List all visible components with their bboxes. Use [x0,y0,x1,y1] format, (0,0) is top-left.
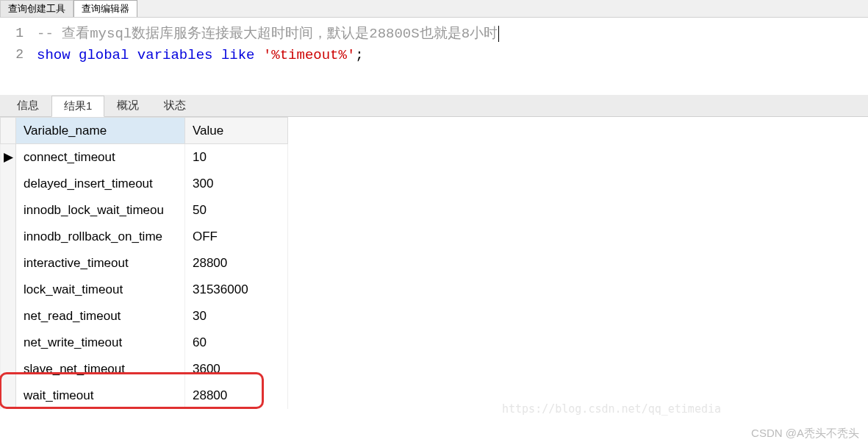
cell-variable-name: interactive_timeout [16,250,185,277]
tab-profile[interactable]: 概况 [104,95,151,116]
table-row[interactable]: delayed_insert_timeout300 [1,171,288,197]
cell-value: 60 [185,330,288,356]
cell-variable-name: innodb_rollback_on_time [16,224,185,250]
results-grid[interactable]: Variable_name Value ▶connect_timeout10de… [0,117,868,409]
result-tab-bar: 信息 结果1 概况 状态 [0,95,868,117]
cell-variable-name: connect_timeout [16,144,185,171]
tab-result1[interactable]: 结果1 [51,96,104,117]
table-row[interactable]: slave_net_timeout3600 [1,356,288,382]
cell-value: 28800 [185,250,288,277]
sql-line-2: show global variables like '%timeout%'; [37,45,868,66]
table-row[interactable]: lock_wait_timeout31536000 [1,277,288,303]
table-row[interactable]: net_read_timeout30 [1,303,288,330]
table-row[interactable]: interactive_timeout28800 [1,250,288,277]
row-marker [1,250,16,277]
cell-value: 300 [185,171,288,197]
row-marker [1,171,16,197]
cell-value: 3600 [185,356,288,382]
cell-value: 10 [185,144,288,171]
cell-variable-name: lock_wait_timeout [16,277,185,303]
column-header-name[interactable]: Variable_name [16,118,185,144]
column-header-value[interactable]: Value [185,118,288,144]
sql-editor[interactable]: 1 -- 查看mysql数据库服务连接最大超时时间，默认是28800S也就是8小… [0,18,868,95]
line-number: 1 [0,24,37,45]
tab-query-editor[interactable]: 查询编辑器 [73,0,137,17]
cell-value: 50 [185,197,288,224]
row-marker [1,382,16,409]
row-marker: ▶ [1,144,16,171]
watermark: CSDN @A秃头不秃头 [751,427,859,441]
cell-variable-name: wait_timeout [16,382,185,409]
sql-line-1: -- 查看mysql数据库服务连接最大超时时间，默认是28800S也就是8小时 [37,24,868,45]
row-marker [1,197,16,224]
row-marker [1,330,16,356]
cell-value: 31536000 [185,277,288,303]
tab-status[interactable]: 状态 [151,95,198,116]
cell-value: 28800 [185,382,288,409]
table-row[interactable]: wait_timeout28800 [1,382,288,409]
cell-variable-name: slave_net_timeout [16,356,185,382]
cell-variable-name: delayed_insert_timeout [16,171,185,197]
table-row[interactable]: innodb_lock_wait_timeou50 [1,197,288,224]
row-marker [1,303,16,330]
tab-query-builder[interactable]: 查询创建工具 [0,0,73,17]
row-marker [1,356,16,382]
row-selector-header [1,118,16,144]
tab-info[interactable]: 信息 [4,95,51,116]
cell-value: 30 [185,303,288,330]
table-row[interactable]: net_write_timeout60 [1,330,288,356]
cell-value: OFF [185,224,288,250]
faded-url: https://blog.csdn.net/qq_etimedia [502,402,721,416]
table-row[interactable]: ▶connect_timeout10 [1,144,288,171]
row-marker [1,224,16,250]
cell-variable-name: net_write_timeout [16,330,185,356]
cell-variable-name: net_read_timeout [16,303,185,330]
table-row[interactable]: innodb_rollback_on_timeOFF [1,224,288,250]
row-marker [1,277,16,303]
cell-variable-name: innodb_lock_wait_timeou [16,197,185,224]
line-number: 2 [0,45,37,66]
top-tab-bar: 查询创建工具 查询编辑器 [0,0,868,18]
